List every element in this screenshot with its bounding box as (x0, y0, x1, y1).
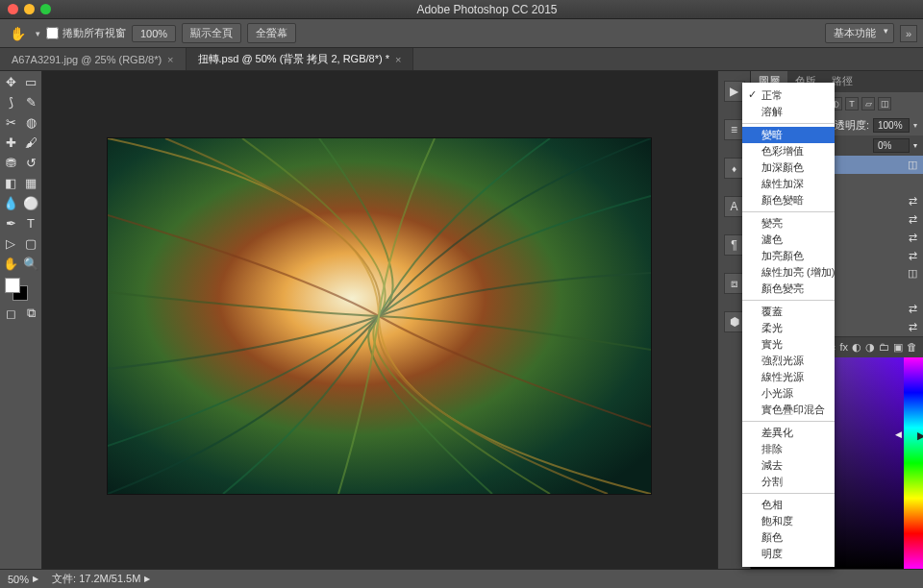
fullscreen-button[interactable]: 全螢幕 (247, 23, 296, 43)
blend-mode-dropdown[interactable]: 正常溶解變暗色彩增值加深顏色線性加深顏色變暗變亮濾色加亮顏色線性加亮 (增加)顏… (742, 83, 835, 567)
fx-edit-icon[interactable]: ⇄ (909, 213, 917, 226)
app-title: Adobe Photoshop CC 2015 (51, 3, 923, 16)
blend-mode-item[interactable]: 正常 (742, 87, 835, 104)
history-brush-tool[interactable]: ↺ (21, 153, 40, 172)
fx-edit-icon[interactable]: ⇄ (909, 303, 917, 315)
stamp-tool[interactable]: ⛃ (1, 153, 20, 172)
quickselect-tool[interactable]: ✎ (21, 92, 40, 111)
screenmode-tool[interactable]: ⧉ (21, 304, 40, 323)
document-canvas[interactable] (108, 138, 651, 494)
crop-tool[interactable]: ✂ (1, 112, 20, 132)
smart-object-icon: ◫ (908, 159, 917, 171)
close-tab-icon[interactable]: × (167, 54, 173, 65)
brush-tool[interactable]: 🖌 (21, 133, 40, 152)
blend-mode-item[interactable]: 減去 (742, 457, 835, 474)
blend-mode-item[interactable]: 變亮 (742, 215, 835, 232)
blend-mode-item[interactable]: 飽和度 (742, 513, 835, 529)
hue-slider[interactable] (904, 357, 923, 569)
blend-mode-item[interactable]: 線性加深 (742, 176, 835, 192)
marquee-tool[interactable]: ▭ (21, 72, 40, 91)
collapse-panels-button[interactable]: » (900, 25, 917, 42)
color-swatches[interactable] (1, 274, 40, 303)
blend-mode-item[interactable]: 色彩增值 (742, 143, 835, 159)
move-tool[interactable]: ✥ (1, 72, 20, 91)
blend-mode-item[interactable]: 明度 (742, 546, 835, 562)
zoom-chevron-icon[interactable]: ▶ (33, 575, 38, 583)
heal-tool[interactable]: ✚ (1, 133, 20, 152)
zoom-tool[interactable]: 🔍 (21, 254, 40, 273)
filter-shape-icon[interactable]: ▱ (861, 97, 875, 110)
pen-tool[interactable]: ✒ (1, 213, 20, 233)
blend-mode-item[interactable]: 加亮顏色 (742, 248, 835, 264)
blend-mode-item[interactable]: 差異化 (742, 425, 835, 441)
adjustment-layer-icon[interactable]: ◑ (865, 341, 875, 354)
opacity-value[interactable]: 100% (873, 118, 910, 133)
hand-tool[interactable]: ✋ (1, 254, 20, 273)
quickmask-tool[interactable]: ◻ (1, 304, 20, 323)
maximize-window[interactable] (40, 4, 51, 14)
lasso-tool[interactable]: ⟆ (1, 92, 20, 111)
blend-mode-item[interactable]: 色相 (742, 497, 835, 513)
opacity-chevron[interactable]: ▾ (913, 121, 917, 130)
zoom-value: 50% (8, 574, 29, 585)
fx-edit-icon[interactable]: ⇄ (909, 250, 917, 262)
fx-edit-icon[interactable]: ⇄ (909, 195, 917, 208)
blend-mode-item[interactable]: 覆蓋 (742, 304, 835, 320)
blend-mode-item[interactable]: 溶解 (742, 104, 835, 120)
blend-mode-item[interactable]: 濾色 (742, 232, 835, 248)
fill-chevron[interactable]: ▾ (913, 141, 917, 150)
doc-tab-1[interactable]: 扭轉.psd @ 50% (背景 拷貝 2, RGB/8*) * × (187, 48, 414, 70)
dodge-tool[interactable]: ⚪ (21, 193, 40, 212)
doc-tab-0[interactable]: A67A3291.jpg @ 25% (RGB/8*) × (0, 48, 187, 70)
blend-mode-item[interactable]: 實色疊印混合 (742, 402, 835, 418)
blend-mode-item[interactable]: 顏色 (742, 529, 835, 546)
layer-style-icon[interactable]: fx (839, 341, 848, 354)
gradient-tool[interactable]: ▦ (21, 173, 40, 192)
path-tool[interactable]: ▷ (1, 233, 20, 253)
scroll-all-input[interactable] (46, 27, 59, 39)
blend-mode-item[interactable]: 柔光 (742, 320, 835, 336)
minimize-window[interactable] (24, 4, 35, 14)
type-tool[interactable]: T (21, 213, 40, 233)
blend-mode-item[interactable]: 分割 (742, 474, 835, 490)
blend-mode-item[interactable]: 線性光源 (742, 369, 835, 385)
hand-tool-icon[interactable]: ✋ (6, 26, 30, 41)
group-icon[interactable]: 🗀 (879, 341, 889, 354)
blend-mode-item[interactable]: 線性加亮 (增加) (742, 264, 835, 281)
fill-value[interactable]: 0% (873, 138, 910, 153)
blend-mode-item[interactable]: 顏色變亮 (742, 281, 835, 297)
docsize-status[interactable]: 文件: 17.2M/51.5M ▶ (52, 572, 150, 586)
swirl-image (108, 138, 651, 494)
blend-mode-item[interactable]: 變暗 (742, 127, 835, 143)
new-layer-icon[interactable]: ▣ (893, 341, 903, 354)
blur-tool[interactable]: 💧 (1, 193, 20, 212)
layer-mask-icon[interactable]: ◐ (852, 341, 861, 354)
blend-mode-item[interactable]: 顏色變暗 (742, 192, 835, 208)
blend-mode-item[interactable]: 加深顏色 (742, 159, 835, 176)
fit-screen-button[interactable]: 顯示全頁 (182, 23, 241, 43)
hue-pointer-icon[interactable]: ▶ (917, 429, 923, 442)
eyedropper-tool[interactable]: ◍ (21, 112, 40, 132)
shape-tool[interactable]: ▢ (21, 233, 40, 253)
tool-chevron[interactable]: ▾ (36, 29, 40, 38)
filter-smart-icon[interactable]: ◫ (878, 97, 891, 110)
close-tab-icon[interactable]: × (395, 54, 401, 65)
fx-edit-icon[interactable]: ⇄ (909, 232, 917, 244)
doc-tab-1-label: 扭轉.psd @ 50% (背景 拷貝 2, RGB/8*) * (198, 52, 389, 66)
scroll-all-checkbox[interactable]: 捲動所有視窗 (46, 26, 126, 40)
blend-mode-item[interactable]: 實光 (742, 336, 835, 353)
workspace-dropdown[interactable]: 基本功能 (825, 23, 894, 43)
fg-color[interactable] (5, 278, 20, 293)
docsize-chevron-icon[interactable]: ▶ (144, 575, 150, 583)
canvas-area[interactable] (42, 71, 717, 569)
filter-type-icon[interactable]: T (845, 97, 859, 110)
fx-edit-icon[interactable]: ⇄ (909, 321, 917, 333)
zoom-status[interactable]: 50% ▶ (8, 574, 38, 585)
delete-layer-icon[interactable]: 🗑 (907, 341, 917, 354)
blend-mode-item[interactable]: 強烈光源 (742, 353, 835, 369)
blend-mode-item[interactable]: 小光源 (742, 385, 835, 402)
blend-mode-item[interactable]: 排除 (742, 441, 835, 457)
zoom-100-button[interactable]: 100% (132, 25, 176, 42)
close-window[interactable] (8, 4, 18, 14)
eraser-tool[interactable]: ◧ (1, 173, 20, 192)
